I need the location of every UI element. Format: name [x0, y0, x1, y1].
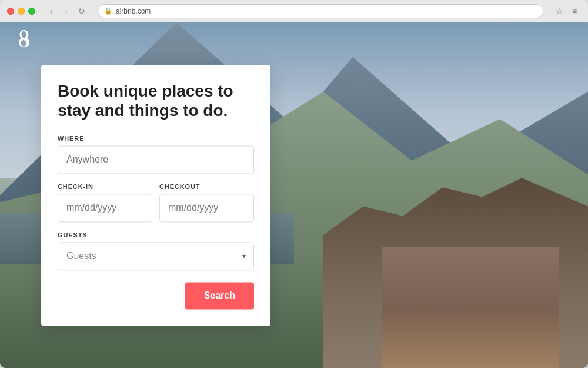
search-btn-row: Search [58, 282, 254, 309]
nav-buttons: ‹ › ↻ [45, 5, 88, 18]
checkin-label: CHECK-IN [58, 183, 152, 190]
airbnb-logo [14, 29, 33, 51]
search-button[interactable]: Search [185, 282, 254, 309]
traffic-lights [7, 8, 35, 15]
guests-label: GUESTS [58, 231, 254, 238]
forward-button[interactable]: › [60, 5, 73, 18]
checkout-group: CHECKOUT [159, 183, 254, 222]
close-button[interactable] [7, 8, 14, 15]
where-label: WHERE [58, 135, 254, 142]
maximize-button[interactable] [28, 8, 35, 15]
guests-group: GUESTS Guests 1 guest 2 guests 3 guests … [58, 231, 254, 270]
card-headline: Book unique places to stay and things to… [58, 81, 254, 121]
toolbar-actions: ☆ ≡ [553, 5, 581, 18]
guests-select[interactable]: Guests 1 guest 2 guests 3 guests 4 guest… [58, 242, 254, 270]
address-text: airbnb.com [116, 7, 151, 15]
reload-button[interactable]: ↻ [75, 5, 88, 18]
building-warm [382, 247, 559, 368]
checkout-input[interactable] [159, 194, 254, 222]
airbnb-navbar [0, 22, 588, 58]
checkin-input[interactable] [58, 194, 152, 222]
browser-window: ‹ › ↻ 🔒 airbnb.com ☆ ≡ [0, 0, 588, 368]
browser-titlebar: ‹ › ↻ 🔒 airbnb.com ☆ ≡ [0, 0, 588, 22]
back-button[interactable]: ‹ [45, 5, 58, 18]
address-bar[interactable]: 🔒 airbnb.com [98, 4, 543, 18]
date-row: CHECK-IN CHECKOUT [58, 183, 254, 222]
where-group: WHERE [58, 135, 254, 174]
search-card: Book unique places to stay and things to… [41, 65, 270, 326]
lock-icon: 🔒 [104, 7, 112, 15]
menu-button[interactable]: ≡ [568, 5, 581, 18]
checkin-group: CHECK-IN [58, 183, 152, 222]
browser-content: Book unique places to stay and things to… [0, 22, 588, 368]
guests-select-wrapper: Guests 1 guest 2 guests 3 guests 4 guest… [58, 242, 254, 270]
bookmark-button[interactable]: ☆ [553, 5, 566, 18]
minimize-button[interactable] [18, 8, 25, 15]
where-input[interactable] [58, 145, 254, 174]
checkout-label: CHECKOUT [159, 183, 254, 190]
